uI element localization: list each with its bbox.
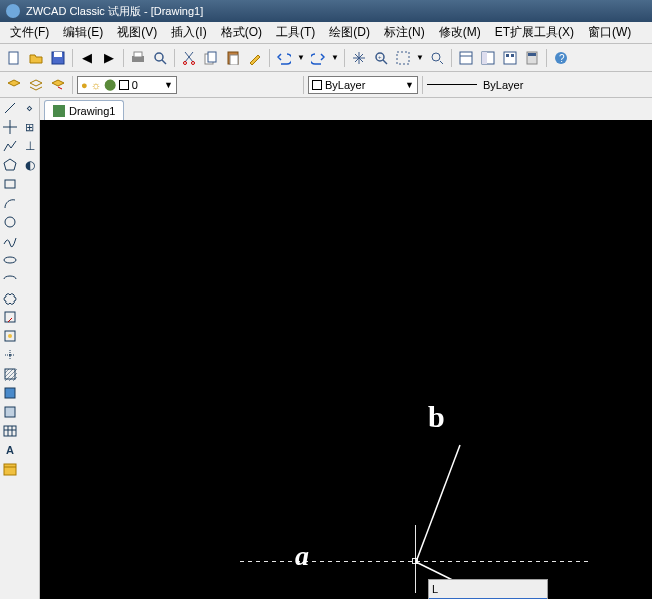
- sun-icon: ☼: [91, 79, 101, 91]
- drawing-tabs: Drawing1: [40, 98, 652, 120]
- svg-rect-4: [134, 52, 142, 57]
- line-icon[interactable]: [2, 100, 18, 116]
- separator: [269, 49, 270, 67]
- command-input[interactable]: [429, 580, 547, 598]
- svg-rect-22: [504, 52, 516, 64]
- separator: [344, 49, 345, 67]
- ellipse-arc-icon[interactable]: [2, 271, 18, 287]
- menu-bar: 文件(F) 编辑(E) 视图(V) 插入(I) 格式(O) 工具(T) 绘图(D…: [0, 22, 652, 44]
- menu-format[interactable]: 格式(O): [215, 22, 268, 43]
- drawing-tab[interactable]: Drawing1: [44, 100, 124, 120]
- ellipse-icon[interactable]: [2, 252, 18, 268]
- grid-icon[interactable]: ⊞: [22, 119, 38, 135]
- make-block-icon[interactable]: [2, 328, 18, 344]
- menu-window[interactable]: 窗口(W): [582, 22, 637, 43]
- svg-point-5: [155, 53, 163, 61]
- canvas-panel: Drawing1 a b L LA LAS LASTANGLE LASTCMDA…: [40, 98, 652, 599]
- menu-file[interactable]: 文件(F): [4, 22, 55, 43]
- prev-icon[interactable]: ◀: [77, 48, 97, 68]
- color-combo[interactable]: ByLayer ▼: [308, 76, 418, 94]
- snap-icon[interactable]: ⋄: [22, 100, 38, 116]
- zoom-prev-icon[interactable]: [427, 48, 447, 68]
- redo-icon[interactable]: [308, 48, 328, 68]
- menu-draw[interactable]: 绘图(D): [323, 22, 376, 43]
- rectangle-icon[interactable]: [2, 176, 18, 192]
- command-autocomplete[interactable]: L LA LAS LASTANGLE LASTCMDANG: [428, 579, 548, 599]
- arc-icon[interactable]: [2, 195, 18, 211]
- match-icon[interactable]: [245, 48, 265, 68]
- layer-name: 0: [132, 79, 138, 91]
- svg-point-37: [8, 334, 12, 338]
- properties-icon[interactable]: [456, 48, 476, 68]
- menu-tools[interactable]: 工具(T): [270, 22, 321, 43]
- drawing-icon: [53, 105, 65, 117]
- mtext-icon[interactable]: A: [2, 442, 18, 458]
- layer-states-icon[interactable]: [26, 75, 46, 95]
- svg-point-33: [5, 217, 15, 227]
- svg-rect-44: [4, 426, 16, 436]
- menu-et-tools[interactable]: ET扩展工具(X): [489, 22, 580, 43]
- modify-toolbar: ⋄ ⊞ ⊥ ◐: [20, 98, 40, 599]
- design-center-icon[interactable]: [478, 48, 498, 68]
- menu-view[interactable]: 视图(V): [111, 22, 163, 43]
- calendar-icon[interactable]: [2, 461, 18, 477]
- circle-icon[interactable]: [2, 214, 18, 230]
- polygon-icon[interactable]: [2, 157, 18, 173]
- tool-palette-icon[interactable]: [500, 48, 520, 68]
- layer-toolbar: ● ☼ ⬤ 0 ▼ ByLayer ▼ ByLayer: [0, 72, 652, 98]
- menu-insert[interactable]: 插入(I): [165, 22, 212, 43]
- menu-modify[interactable]: 修改(M): [433, 22, 487, 43]
- layer-props-icon[interactable]: [4, 75, 24, 95]
- save-icon[interactable]: [48, 48, 68, 68]
- svg-text:+: +: [378, 54, 382, 60]
- menu-edit[interactable]: 编辑(E): [57, 22, 109, 43]
- undo-icon[interactable]: [274, 48, 294, 68]
- svg-line-14: [383, 60, 387, 64]
- cut-icon[interactable]: [179, 48, 199, 68]
- help-icon[interactable]: ?: [551, 48, 571, 68]
- print-icon[interactable]: [128, 48, 148, 68]
- linetype-combo[interactable]: ByLayer: [427, 76, 547, 94]
- revcloud-icon[interactable]: [2, 290, 18, 306]
- insert-block-icon[interactable]: [2, 309, 18, 325]
- spline-icon[interactable]: [2, 233, 18, 249]
- svg-rect-10: [208, 52, 216, 62]
- ortho-icon[interactable]: ⊥: [22, 138, 38, 154]
- open-icon[interactable]: [26, 48, 46, 68]
- hatch-icon[interactable]: [2, 366, 18, 382]
- color-label: ByLayer: [325, 79, 365, 91]
- zoom-window-icon[interactable]: [393, 48, 413, 68]
- svg-rect-12: [230, 55, 238, 65]
- drawn-line: [40, 120, 652, 599]
- new-icon[interactable]: [4, 48, 24, 68]
- menu-dimension[interactable]: 标注(N): [378, 22, 431, 43]
- region-icon[interactable]: [2, 404, 18, 420]
- pan-icon[interactable]: [349, 48, 369, 68]
- calc-icon[interactable]: [522, 48, 542, 68]
- point-icon[interactable]: [2, 347, 18, 363]
- copy-icon[interactable]: [201, 48, 221, 68]
- svg-rect-21: [482, 52, 487, 64]
- zoom-realtime-icon[interactable]: +: [371, 48, 391, 68]
- standard-toolbar: ◀ ▶ ▼ ▼ + ▼ ?: [0, 44, 652, 72]
- preview-icon[interactable]: [150, 48, 170, 68]
- work-area: A ⋄ ⊞ ⊥ ◐ Drawing1 a b: [0, 98, 652, 599]
- dropdown-icon[interactable]: ▼: [164, 80, 173, 90]
- paste-icon[interactable]: [223, 48, 243, 68]
- layer-combo[interactable]: ● ☼ ⬤ 0 ▼: [77, 76, 177, 94]
- polyline-icon[interactable]: [2, 138, 18, 154]
- dropdown-icon[interactable]: ▼: [330, 48, 340, 68]
- dropdown-icon[interactable]: ▼: [296, 48, 306, 68]
- next-icon[interactable]: ▶: [99, 48, 119, 68]
- svg-rect-43: [5, 407, 15, 417]
- table-icon[interactable]: [2, 423, 18, 439]
- svg-line-6: [162, 60, 166, 64]
- xline-icon[interactable]: [2, 119, 18, 135]
- layer-prev-icon[interactable]: [48, 75, 68, 95]
- gradient-icon[interactable]: [2, 385, 18, 401]
- drawing-canvas[interactable]: a b L LA LAS LASTANGLE LASTCMDANG: [40, 120, 652, 599]
- svg-rect-32: [5, 180, 15, 188]
- dropdown-icon[interactable]: ▼: [405, 80, 414, 90]
- polar-icon[interactable]: ◐: [22, 157, 38, 173]
- dropdown-icon[interactable]: ▼: [415, 48, 425, 68]
